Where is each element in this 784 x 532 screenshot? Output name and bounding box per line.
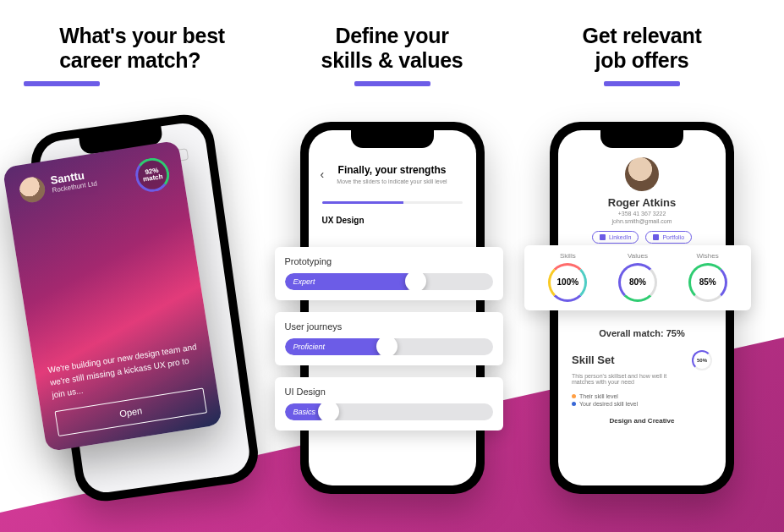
ring-skills: 100% [548, 263, 587, 302]
slider-label: UI Design [285, 387, 493, 397]
slider-card-uidesign: UI Design Basics [275, 377, 503, 431]
strengths-sub: Move the sliders to indicate your skill … [322, 178, 463, 184]
col2-underline [354, 81, 430, 86]
slider-thumb[interactable] [376, 338, 397, 355]
ring-wishes: 85% [688, 263, 727, 302]
slider-label: Prototyping [285, 256, 493, 266]
skillset-desc: This person's skillset and how well it m… [572, 373, 682, 385]
slider-label: User journeys [285, 321, 493, 332]
slider-card-userjourneys: User journeys Proficient [275, 312, 503, 365]
strengths-heading: Finally, your strengths [322, 164, 463, 176]
skill-category: Design and Creative [572, 417, 712, 425]
legend: Their skill level Your desired skill lev… [572, 393, 712, 407]
slider-thumb[interactable] [405, 273, 426, 290]
col3-underline [604, 81, 680, 86]
avatar [18, 175, 47, 204]
skill-category: UX Design [309, 204, 476, 228]
match-ring: 92%match [133, 155, 172, 194]
ring-label: Wishes [688, 252, 727, 260]
col1-title: What's your best career match? [59, 24, 225, 73]
linkedin-button[interactable]: LinkedIn [592, 231, 639, 244]
profile-phone: +358 41 367 3222 [558, 211, 726, 217]
col3-title: Get relevant job offers [583, 24, 702, 73]
overall-match: Overall match: 75% [558, 328, 726, 338]
profile-name: Roger Atkins [558, 196, 726, 209]
col2-title: Define your skills & values [321, 24, 463, 73]
avatar [625, 157, 659, 191]
ring-values: 80% [618, 263, 657, 302]
col1-underline [24, 81, 100, 86]
slider-track[interactable]: Basics [285, 403, 493, 420]
skillset-heading: Skill Set [572, 354, 615, 366]
skillset-pct-ring: 50% [692, 350, 712, 370]
slider-thumb[interactable] [318, 403, 339, 420]
slider-card-prototyping: Prototyping Expert [275, 247, 503, 300]
profile-email: john.smith@gmail.com [558, 218, 726, 224]
portfolio-button[interactable]: Portfolio [645, 231, 692, 244]
phone-skills: ‹ Finally, your strengths Move the slide… [300, 122, 485, 494]
ring-label: Skills [548, 252, 587, 260]
ring-label: Values [618, 252, 657, 260]
slider-track[interactable]: Proficient [285, 338, 493, 355]
match-rings-card: Skills 100% Values 80% Wishes 85% [524, 245, 751, 310]
slider-track[interactable]: Expert [285, 273, 493, 290]
back-icon[interactable]: ‹ [321, 167, 325, 181]
